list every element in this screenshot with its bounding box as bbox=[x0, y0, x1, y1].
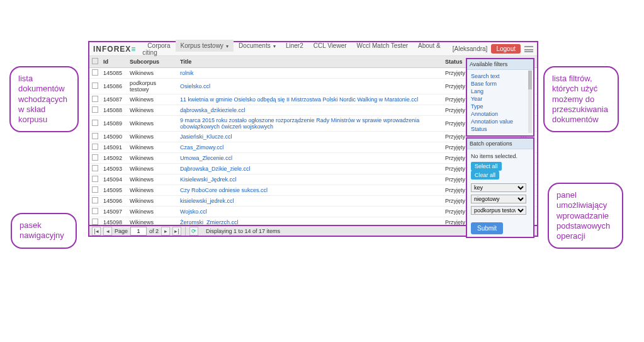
menu-icon[interactable] bbox=[524, 46, 533, 52]
cell-title[interactable]: Umowa_Zlecenie.ccl bbox=[178, 153, 443, 164]
col-id[interactable]: Id bbox=[101, 56, 127, 68]
cell-title[interactable]: dąbrowska_dzikieziele.ccl bbox=[178, 105, 443, 116]
cell-id: 145096 bbox=[101, 196, 127, 207]
cell-subcorpus: Wikinews bbox=[127, 164, 178, 174]
filter-item-status[interactable]: Status bbox=[471, 125, 529, 133]
cell-id: 145085 bbox=[101, 68, 127, 79]
brand-logo: INFOREX≡ bbox=[93, 45, 136, 54]
nav-item-liner2[interactable]: Liner2 bbox=[281, 40, 308, 52]
cell-subcorpus: Wikinews bbox=[127, 153, 178, 164]
cell-title[interactable]: 9 marca 2015 roku zostało ogłoszone rozp… bbox=[178, 116, 443, 132]
batch-select-status[interactable]: niegotowy bbox=[471, 195, 526, 203]
filter-item-year[interactable]: Year bbox=[471, 95, 529, 103]
cell-subcorpus: Wikinews bbox=[127, 174, 178, 185]
cell-subcorpus: Wikinews bbox=[127, 94, 178, 105]
cell-id: 145094 bbox=[101, 174, 127, 185]
select-all-button[interactable]: Select all bbox=[471, 162, 502, 171]
cell-id: 145092 bbox=[101, 153, 127, 164]
cell-id: 145090 bbox=[101, 132, 127, 142]
cell-subcorpus: Wikinews bbox=[127, 185, 178, 196]
nav-item-ccl-viewer[interactable]: CCL Viewer bbox=[308, 40, 352, 52]
row-checkbox[interactable] bbox=[92, 83, 98, 89]
cell-title[interactable]: 11 kwietnia w gminie Osielsko odbędą się… bbox=[178, 94, 443, 105]
col-title[interactable]: Title bbox=[178, 56, 443, 68]
username: [Aleksandra] bbox=[453, 45, 488, 52]
annotation-pager: pasek nawigacyjny bbox=[11, 213, 77, 249]
row-checkbox[interactable] bbox=[92, 69, 98, 76]
row-checkbox[interactable] bbox=[92, 133, 98, 139]
annotation-batch: panel umożliwiający wprowadzanie podstaw… bbox=[548, 183, 623, 249]
annotation-docs: lista dokumentów wchodzących w skład kor… bbox=[9, 66, 79, 132]
pager-of-label: of 2 bbox=[149, 228, 159, 234]
filter-item-lang[interactable]: Lang bbox=[471, 88, 529, 95]
cell-title[interactable]: kisielewski_jedrek.ccl bbox=[178, 196, 443, 207]
cell-id: 145086 bbox=[101, 79, 127, 94]
row-checkbox[interactable] bbox=[92, 186, 98, 193]
filters-scrollbar[interactable] bbox=[528, 71, 532, 133]
filter-item-search-text[interactable]: Search text bbox=[471, 72, 529, 80]
cell-id: 145093 bbox=[101, 164, 127, 174]
cell-id: 145088 bbox=[101, 105, 127, 116]
cell-subcorpus: Wikinews bbox=[127, 142, 178, 153]
cell-title[interactable]: Kisielewski_Jędrek.ccl bbox=[178, 174, 443, 185]
row-checkbox[interactable] bbox=[92, 197, 98, 203]
cell-subcorpus: Wikinews bbox=[127, 132, 178, 142]
submit-button[interactable]: Submit bbox=[471, 222, 503, 234]
cell-id: 145089 bbox=[101, 116, 127, 132]
nav-item-documents[interactable]: Documents ▾ bbox=[234, 40, 281, 52]
cell-subcorpus: Wikinews bbox=[127, 105, 178, 116]
row-checkbox[interactable] bbox=[92, 96, 98, 102]
batch-select-subcorpus[interactable]: podkorpus testow bbox=[471, 206, 526, 215]
row-checkbox[interactable] bbox=[92, 144, 98, 150]
pager-page-input[interactable] bbox=[130, 227, 147, 236]
filter-item-type[interactable]: Type bbox=[471, 103, 529, 110]
pager-first-button[interactable]: |◂ bbox=[92, 227, 101, 236]
batch-select-key[interactable]: key bbox=[471, 183, 526, 192]
cell-subcorpus: Wikinews bbox=[127, 116, 178, 132]
navbar: INFOREX≡ CorporaKorpus testowy ▾Document… bbox=[89, 42, 537, 56]
logout-button[interactable]: Logout bbox=[491, 44, 521, 54]
col-checkbox[interactable] bbox=[89, 56, 101, 68]
pager-refresh-button[interactable]: ⟳ bbox=[189, 227, 198, 236]
batch-none-selected: No items selected. bbox=[471, 153, 529, 159]
cell-title[interactable]: rolnik bbox=[178, 68, 443, 79]
cell-id: 145095 bbox=[101, 185, 127, 196]
nav-item-wccl-match-tester[interactable]: Wccl Match Tester bbox=[352, 40, 414, 52]
pager-display-text: Displaying 1 to 14 of 17 items bbox=[206, 228, 280, 234]
filter-item-base-form[interactable]: Base form bbox=[471, 80, 529, 88]
row-checkbox[interactable] bbox=[92, 106, 98, 113]
cell-id: 145097 bbox=[101, 207, 127, 217]
cell-id: 145087 bbox=[101, 94, 127, 105]
cell-title[interactable]: Jasieński_Klucze.ccl bbox=[178, 132, 443, 142]
pager-prev-button[interactable]: ◂ bbox=[103, 227, 112, 236]
row-checkbox[interactable] bbox=[92, 219, 98, 225]
clear-all-button[interactable]: Clear all bbox=[471, 171, 499, 180]
filters-header: Available filters bbox=[467, 59, 533, 70]
cell-title[interactable]: Czas_Zimowy.ccl bbox=[178, 142, 443, 153]
nav-item-korpus-testowy[interactable]: Korpus testowy ▾ bbox=[176, 40, 234, 52]
cell-subcorpus: podkorpus testowy bbox=[127, 79, 178, 94]
cell-title[interactable]: Wojsko.ccl bbox=[178, 207, 443, 217]
cell-title[interactable]: Osielsko.ccl bbox=[178, 79, 443, 94]
cell-subcorpus: Wikinews bbox=[127, 196, 178, 207]
batch-header: Batch operations bbox=[467, 139, 533, 149]
cell-id: 145091 bbox=[101, 142, 127, 153]
batch-panel: Batch operations No items selected. Sele… bbox=[466, 137, 534, 238]
pager-next-button[interactable]: ▸ bbox=[161, 227, 170, 236]
cell-subcorpus: Wikinews bbox=[127, 68, 178, 79]
cell-subcorpus: Wikinews bbox=[127, 207, 178, 217]
row-checkbox[interactable] bbox=[92, 154, 98, 161]
filters-panel: Available filters Search textBase formLa… bbox=[466, 58, 534, 137]
filter-item-annotation[interactable]: Annotation bbox=[471, 110, 529, 118]
pager-last-button[interactable]: ▸| bbox=[172, 227, 181, 236]
row-checkbox[interactable] bbox=[92, 120, 98, 126]
cell-title[interactable]: Dąbrowska_Dzikie_ziele.ccl bbox=[178, 164, 443, 174]
cell-title[interactable]: Czy RoboCore odniesie sukces.ccl bbox=[178, 185, 443, 196]
row-checkbox[interactable] bbox=[92, 176, 98, 182]
row-checkbox[interactable] bbox=[92, 165, 98, 171]
row-checkbox[interactable] bbox=[92, 208, 98, 214]
filter-item-annotation-value[interactable]: Annotation value bbox=[471, 118, 529, 125]
pager-page-label: Page bbox=[115, 228, 128, 234]
annotation-filters: lista filtrów, których użyć możemy do pr… bbox=[543, 66, 619, 132]
